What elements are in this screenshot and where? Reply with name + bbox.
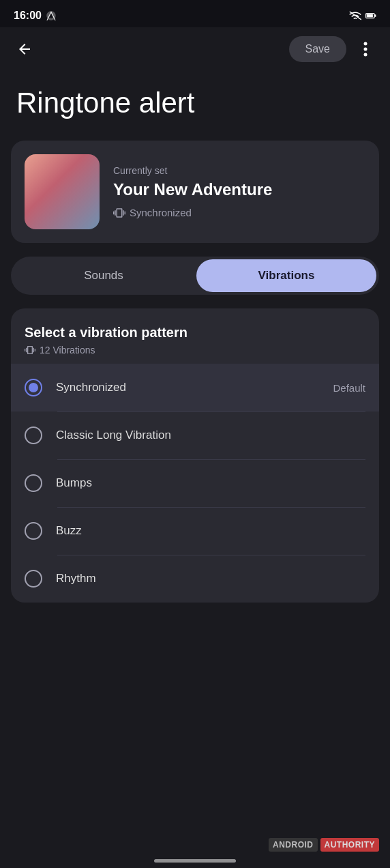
watermark-android: ANDROID	[269, 838, 318, 852]
vibration-section: Select a vibration pattern 12 Vibrations…	[11, 308, 379, 603]
watermark-authority: AUTHORITY	[320, 838, 380, 852]
sync-text: Synchronized	[130, 207, 192, 218]
vibration-item-name: Rhythm	[56, 572, 365, 585]
status-time: 16:00	[14, 10, 57, 22]
page-title: Ringtone alert	[16, 87, 374, 119]
vibration-item-name: Buzz	[56, 524, 365, 538]
svg-point-4	[364, 42, 368, 46]
nav-actions: Save	[289, 35, 379, 63]
tab-sounds[interactable]: Sounds	[14, 259, 194, 292]
vibration-item[interactable]: Rhythm	[11, 555, 379, 603]
vibration-item[interactable]: Synchronized Default	[11, 364, 379, 411]
vibration-count-text: 12 Vibrations	[40, 345, 95, 356]
vibration-item-name: Bumps	[56, 476, 365, 490]
svg-point-5	[364, 48, 368, 51]
vibration-item-name: Classic Long Vibration	[56, 429, 365, 442]
svg-rect-3	[367, 14, 373, 18]
status-bar: 16:00	[0, 0, 390, 27]
album-art	[25, 154, 100, 229]
back-button[interactable]	[11, 35, 38, 63]
battery-icon	[365, 11, 376, 20]
current-ringtone-name: Your New Adventure	[113, 180, 365, 200]
currently-set-label: Currently set	[113, 165, 365, 176]
radio-button-synchronized[interactable]	[25, 379, 42, 396]
vibration-count: 12 Vibrations	[25, 345, 365, 356]
radio-button-classic-long[interactable]	[25, 426, 42, 444]
status-icons	[349, 11, 376, 20]
vibration-header: Select a vibration pattern 12 Vibrations	[11, 308, 379, 364]
page-title-container: Ringtone alert	[0, 71, 390, 141]
svg-point-6	[364, 53, 368, 57]
vibration-item-name: Synchronized	[56, 381, 333, 394]
radio-button-buzz[interactable]	[25, 522, 42, 540]
vibration-item[interactable]: Buzz	[11, 507, 379, 555]
home-indicator	[154, 859, 236, 863]
svg-rect-2	[374, 14, 376, 16]
current-set-card: Currently set Your New Adventure Synchro…	[11, 141, 379, 243]
current-info: Currently set Your New Adventure Synchro…	[113, 165, 365, 219]
top-nav: Save	[0, 27, 390, 71]
more-options-button[interactable]	[352, 35, 379, 63]
vibration-item-badge: Default	[333, 382, 365, 394]
tabs-container: Sounds Vibrations	[11, 257, 379, 295]
vibration-icon	[113, 207, 125, 219]
watermark: ANDROID AUTHORITY	[269, 838, 379, 852]
radio-button-rhythm[interactable]	[25, 570, 42, 588]
tab-vibrations[interactable]: Vibrations	[196, 259, 376, 292]
radio-button-bumps[interactable]	[25, 474, 42, 492]
vibration-item[interactable]: Classic Long Vibration	[11, 411, 379, 459]
signal-icon	[46, 10, 57, 21]
vibration-title: Select a vibration pattern	[25, 325, 365, 341]
vibration-item[interactable]: Bumps	[11, 459, 379, 507]
sync-badge: Synchronized	[113, 207, 365, 219]
vibration-count-icon	[25, 345, 35, 356]
wifi-icon	[349, 11, 361, 20]
vibration-list: Synchronized Default Classic Long Vibrat…	[11, 364, 379, 603]
save-button[interactable]: Save	[289, 36, 346, 62]
